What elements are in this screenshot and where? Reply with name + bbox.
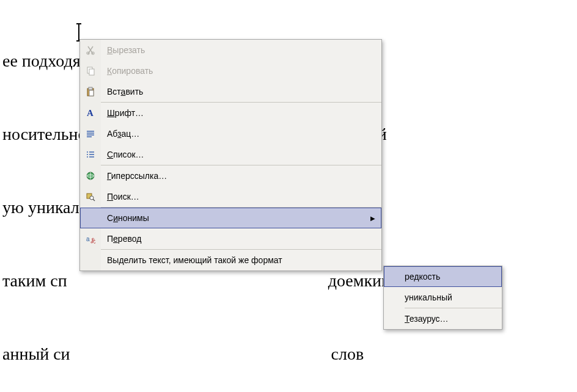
menu-hyperlink-label: Гиперссылка… — [101, 171, 381, 181]
menu-select-similar-label: Выделить текст, имеющий такой же формат — [101, 255, 381, 265]
context-menu: Вырезать Копировать Вставить A Шрифт… Аб… — [79, 39, 382, 271]
menu-paragraph[interactable]: Абзац… — [80, 123, 381, 144]
copy-icon — [80, 60, 101, 81]
menu-list[interactable]: Список… — [80, 144, 381, 165]
menu-hyperlink[interactable]: Гиперссылка… — [80, 165, 381, 186]
svg-rect-6 — [89, 90, 94, 96]
menu-cut-label: Вырезать — [101, 45, 381, 55]
font-icon: A — [80, 103, 101, 123]
svg-text:a: a — [86, 236, 90, 242]
menu-font-label: Шрифт… — [101, 108, 381, 118]
synonyms-submenu: редкость уникальный Тезаурус… — [383, 266, 502, 330]
list-icon — [80, 144, 101, 165]
svg-rect-3 — [89, 69, 94, 75]
menu-synonyms[interactable]: Синонимы ▶ — [80, 208, 381, 228]
synonym-option-2[interactable]: уникальный — [384, 287, 502, 308]
paste-icon — [80, 81, 101, 102]
menu-select-similar-formatting[interactable]: Выделить текст, имеющий такой же формат — [80, 250, 381, 270]
svg-point-8 — [87, 151, 88, 153]
svg-rect-5 — [89, 87, 92, 90]
menu-paragraph-label: Абзац… — [101, 129, 381, 139]
cut-icon — [80, 40, 101, 60]
paragraph-icon — [80, 123, 101, 144]
menu-copy-label: Копировать — [101, 66, 381, 76]
hyperlink-icon — [80, 165, 101, 186]
menu-copy[interactable]: Копировать — [80, 60, 381, 81]
svg-point-9 — [87, 154, 88, 155]
synonym-option-1-label: редкость — [405, 272, 502, 281]
submenu-arrow-icon: ▶ — [370, 215, 375, 222]
menu-list-label: Список… — [101, 150, 381, 159]
menu-font[interactable]: A Шрифт… — [80, 103, 381, 123]
svg-text:A: A — [87, 108, 94, 118]
search-icon — [80, 186, 101, 207]
synonym-option-1[interactable]: редкость — [384, 266, 502, 287]
menu-translate[interactable]: aあ Перевод — [80, 228, 381, 249]
menu-search-label: Поиск… — [101, 192, 381, 201]
translate-icon: aあ — [80, 228, 101, 249]
menu-cut[interactable]: Вырезать — [80, 40, 381, 60]
blank-icon — [80, 250, 101, 270]
menu-synonyms-label: Синонимы — [101, 213, 370, 223]
submenu-thesaurus[interactable]: Тезаурус… — [384, 308, 502, 329]
menu-paste-label: Вставить — [101, 87, 381, 96]
menu-paste[interactable]: Вставить — [80, 81, 381, 102]
synonym-option-2-label: уникальный — [405, 292, 502, 302]
svg-text:あ: あ — [90, 237, 95, 244]
menu-search[interactable]: Поиск… — [80, 186, 381, 207]
menu-translate-label: Перевод — [101, 234, 381, 244]
blank-icon — [80, 208, 101, 228]
submenu-thesaurus-label: Тезаурус… — [405, 314, 502, 324]
svg-point-10 — [87, 156, 88, 158]
